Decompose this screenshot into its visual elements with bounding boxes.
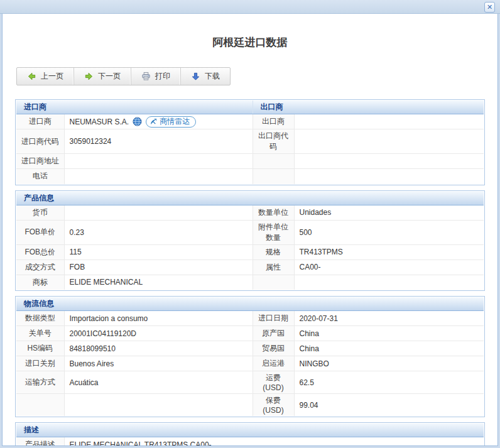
field-label: 产品描述 — [16, 437, 64, 447]
field-label: 运费(USD) — [253, 371, 294, 394]
field-value — [294, 169, 484, 184]
field-value — [64, 205, 253, 220]
section-header: 进口商 — [16, 101, 253, 114]
table-row: HS编码84818099510贸易国China — [16, 341, 484, 356]
section-logistics-info: 物流信息数据类型Importacion a consumo进口日期2020-07… — [15, 296, 485, 417]
toolbar-button-label: 上一页 — [41, 71, 63, 82]
table-row: 关单号20001IC04119120D原产国China — [16, 326, 484, 341]
field-label: 出口商代码 — [253, 129, 294, 154]
field-value: Unidades — [294, 205, 484, 220]
field-label — [253, 275, 294, 290]
toolbar-button-label: 下载 — [205, 71, 220, 82]
field-value: 62.5 — [294, 371, 484, 394]
field-label: 贸易国 — [253, 341, 294, 356]
section-product-info: 产品信息货币数量单位UnidadesFOB单价0.23附件单位数量500FOB总… — [15, 190, 485, 292]
field-label: 属性 — [253, 260, 294, 275]
field-label: 运输方式 — [16, 371, 64, 394]
field-value: CA00- — [294, 260, 484, 275]
field-value: Importacion a consumo — [64, 311, 253, 326]
table-row: FOB总价115规格TR413TPMS — [16, 244, 484, 260]
section-description: 描述产品描述ELIDE MECHANICAL TR413TPMS CA00-HS… — [15, 422, 485, 446]
field-label — [253, 169, 294, 184]
field-value: 3059012324 — [64, 129, 253, 154]
field-value: Acuática — [64, 371, 253, 394]
field-label: FOB总价 — [16, 244, 64, 260]
field-value: 115 — [64, 244, 253, 260]
arrow-left-icon — [27, 72, 36, 81]
field-label: FOB单价 — [16, 220, 64, 244]
field-label: 关单号 — [16, 326, 64, 341]
table-row: 进口关别Buenos Aires启运港NINGBO — [16, 356, 484, 371]
field-label: 成交方式 — [16, 260, 64, 275]
printer-icon — [141, 72, 151, 81]
field-value: NEUMASUR S.A.商情雷达 — [64, 114, 253, 129]
field-label — [16, 394, 64, 417]
field-value — [294, 114, 484, 129]
field-value: 2020-07-31 — [294, 311, 484, 326]
field-label: 数量单位 — [253, 205, 294, 220]
table-row: 货币数量单位Unidades — [16, 205, 484, 220]
table-row: 产品描述ELIDE MECHANICAL TR413TPMS CA00- — [16, 437, 484, 447]
field-label: 进口商代码 — [16, 129, 64, 154]
field-label: 附件单位数量 — [253, 220, 294, 244]
field-value: 0.23 — [64, 220, 253, 244]
next-page-button[interactable]: 下一页 — [74, 68, 131, 85]
field-value: 20001IC04119120D — [64, 326, 253, 341]
table-row: FOB单价0.23附件单位数量500 — [16, 220, 484, 244]
field-value: FOB — [64, 260, 253, 275]
field-label: HS编码 — [16, 341, 64, 356]
section-header: 产品信息 — [16, 192, 484, 205]
section-header: 物流信息 — [16, 297, 484, 311]
section-parties: 进口商出口商进口商NEUMASUR S.A.商情雷达出口商进口商代码305901… — [15, 99, 485, 185]
business-radar-link[interactable]: 商情雷达 — [146, 116, 196, 128]
radar-icon — [149, 117, 158, 126]
close-icon[interactable]: ✕ — [484, 2, 495, 13]
field-value — [64, 394, 253, 417]
toolbar-button-label: 打印 — [155, 71, 170, 82]
print-button[interactable]: 打印 — [131, 68, 181, 85]
field-label: 保费(USD) — [253, 394, 294, 417]
field-value — [294, 154, 484, 169]
section-header: 描述 — [16, 423, 484, 437]
table-row: 商标ELIDE MECHANICAL — [16, 275, 484, 290]
importer-value: NEUMASUR S.A.商情雷达 — [70, 116, 247, 128]
table-row: 成交方式FOB属性CA00- — [16, 260, 484, 275]
arrow-right-icon — [84, 72, 94, 81]
table-row: 进口商代码3059012324出口商代码 — [16, 129, 484, 154]
field-label: 进口关别 — [16, 356, 64, 371]
field-value: ELIDE MECHANICAL TR413TPMS CA00- — [64, 437, 484, 447]
field-value: Buenos Aires — [64, 356, 253, 371]
field-value — [64, 169, 253, 184]
field-value: 99.04 — [294, 394, 484, 417]
dialog-body: 阿根廷进口数据 上一页下一页打印下载 进口商出口商进口商NEUMASUR S.A… — [2, 14, 498, 446]
field-label: 进口商地址 — [16, 154, 64, 169]
download-button[interactable]: 下载 — [181, 68, 230, 85]
field-label: 进口日期 — [253, 311, 294, 326]
field-value: 84818099510 — [64, 341, 253, 356]
arrow-down-icon — [191, 72, 200, 81]
section-header: 出口商 — [253, 101, 484, 114]
importer-company-name: NEUMASUR S.A. — [70, 117, 129, 126]
field-value: ELIDE MECHANICAL — [64, 275, 253, 290]
field-value: China — [294, 341, 484, 356]
field-value: China — [294, 326, 484, 341]
globe-icon[interactable] — [133, 117, 142, 126]
field-value: NINGBO — [294, 356, 484, 371]
page-title: 阿根廷进口数据 — [15, 14, 485, 50]
table-row: 运输方式Acuática运费(USD)62.5 — [16, 371, 484, 394]
field-label: 规格 — [253, 244, 294, 260]
field-label: 启运港 — [253, 356, 294, 371]
field-label: 原产国 — [253, 326, 294, 341]
field-value: TR413TPMS — [294, 244, 484, 260]
toolbar-button-label: 下一页 — [98, 71, 121, 82]
field-label: 货币 — [16, 205, 64, 220]
field-label: 出口商 — [253, 114, 294, 129]
field-value — [294, 129, 484, 154]
field-label: 商标 — [16, 275, 64, 290]
field-value: 500 — [294, 220, 484, 244]
field-label — [253, 154, 294, 169]
table-row: 进口商NEUMASUR S.A.商情雷达出口商 — [16, 114, 484, 129]
dialog-titlebar: ✕ — [0, 0, 500, 14]
prev-page-button[interactable]: 上一页 — [17, 68, 74, 85]
sections-container: 进口商出口商进口商NEUMASUR S.A.商情雷达出口商进口商代码305901… — [15, 99, 485, 446]
